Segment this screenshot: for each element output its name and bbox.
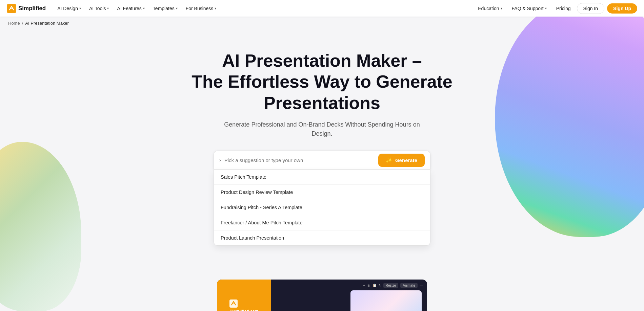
preview-toolbar: + 🗑 📋 ↻ Resize Animate — [363,283,423,288]
logo-text: Simplified [18,5,46,12]
nav-left-items: AI Design ▾ AI Tools ▾ AI Features ▾ Tem… [54,4,475,13]
search-container: › ✨ Generate Sales Pitch Template Produc… [214,151,430,246]
nav-item-faq[interactable]: FAQ & Support ▾ [508,4,550,13]
preview-logo-area: Simplified.com [224,299,264,311]
generate-button[interactable]: ✨ Generate [378,154,425,167]
toolbar-add-icon: + [363,284,365,287]
nav-item-for-business[interactable]: For Business ▾ [182,4,220,13]
preview-card: Simplified.com + 🗑 📋 ↻ Resize Animate — [217,280,427,311]
toolbar-animate-button[interactable]: Animate [400,283,418,288]
nav-label-for-business: For Business [186,6,214,11]
preview-logo-text: Simplified.com [229,309,258,311]
navbar: Simplified AI Design ▾ AI Tools ▾ AI Fea… [0,0,644,17]
nav-item-ai-tools[interactable]: AI Tools ▾ [86,4,113,13]
nav-right-items: Education ▾ FAQ & Support ▾ Pricing Sign… [475,3,637,14]
suggestion-item-2[interactable]: Product Design Review Template [214,185,430,200]
nav-item-education[interactable]: Education ▾ [475,4,505,13]
breadcrumb-current: AI Presentation Maker [25,21,69,26]
search-input[interactable] [224,157,375,163]
preview-logo-icon [229,299,238,308]
nav-label-ai-design: AI Design [57,6,78,11]
preview-content: + 🗑 📋 ↻ Resize Animate — [271,280,427,311]
nav-label-templates: Templates [153,6,175,11]
search-box: › ✨ Generate [214,151,430,170]
signin-button[interactable]: Sign In [577,3,605,14]
nav-label-ai-features: AI Features [117,6,141,11]
toolbar-delete-icon: 🗑 [367,284,370,287]
generate-label: Generate [395,157,417,163]
suggestion-item-5[interactable]: Product Launch Presentation [214,230,430,245]
search-expand-icon: › [219,157,221,163]
nav-item-ai-design[interactable]: AI Design ▾ [54,4,84,13]
nav-label-pricing: Pricing [556,6,571,11]
nav-label-ai-tools: AI Tools [89,6,106,11]
nav-item-templates[interactable]: Templates ▾ [149,4,181,13]
breadcrumb-separator: / [22,21,23,26]
chevron-down-icon: ▾ [545,6,547,10]
breadcrumb: Home / AI Presentation Maker [0,17,644,30]
nav-label-education: Education [478,6,499,11]
suggestion-item-1[interactable]: Sales Pitch Template [214,170,430,185]
toolbar-resize-button[interactable]: Resize [383,283,399,288]
chevron-down-icon: ▾ [501,6,502,10]
chevron-down-icon: ▾ [79,6,81,10]
nav-label-faq: FAQ & Support [512,6,544,11]
breadcrumb-home-link[interactable]: Home [8,21,20,26]
preview-section: Simplified.com + 🗑 📋 ↻ Resize Animate — [0,259,644,311]
chevron-down-icon: ▾ [215,6,216,10]
hero-subtitle: Generate Professional and On-Brand Decks… [220,120,424,138]
toolbar-copy-icon: 📋 [373,284,377,287]
generate-icon: ✨ [386,157,393,163]
nav-item-pricing[interactable]: Pricing [553,4,574,13]
suggestion-item-4[interactable]: Freelancer / About Me Pitch Template [214,215,430,230]
logo-link[interactable]: Simplified [7,4,46,13]
hero-section: AI Presentation Maker –The Effortless Wa… [0,30,644,259]
toolbar-more-icon: — [420,284,423,287]
suggestions-dropdown: Sales Pitch Template Product Design Revi… [214,170,430,246]
preview-accent: Simplified.com [217,280,271,311]
nav-item-ai-features[interactable]: AI Features ▾ [114,4,148,13]
chevron-down-icon: ▾ [176,6,178,10]
chevron-down-icon: ▾ [107,6,109,10]
logo-icon [7,4,16,13]
chevron-down-icon: ▾ [143,6,145,10]
hero-title: AI Presentation Maker –The Effortless Wa… [190,50,454,113]
slide-thumbnail [350,290,422,311]
signup-button[interactable]: Sign Up [607,3,637,14]
suggestion-item-3[interactable]: Fundraising Pitch - Series A Template [214,200,430,215]
toolbar-rotate-icon: ↻ [379,284,381,287]
